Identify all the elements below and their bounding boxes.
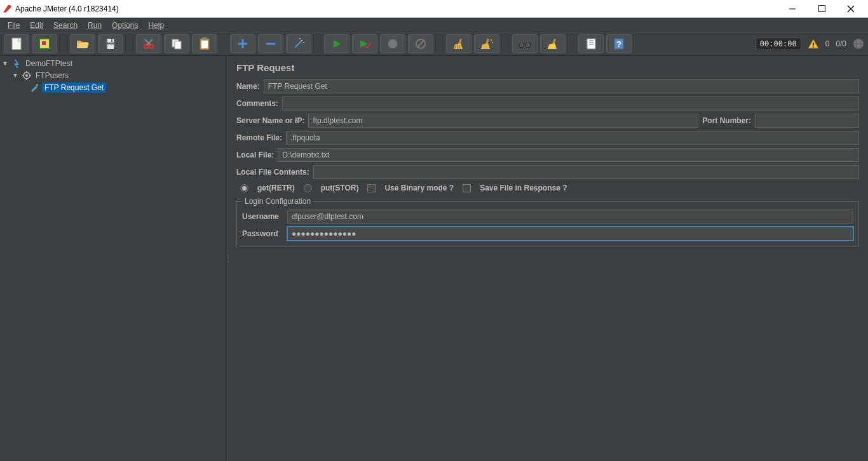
tool-reset-search-button[interactable] — [540, 34, 566, 53]
tree-thread-group[interactable]: ▼ FTPusers — [0, 69, 226, 81]
svg-rect-44 — [587, 39, 595, 49]
menu-help[interactable]: Help — [143, 20, 169, 31]
window-maximize-button[interactable] — [807, 0, 836, 18]
app-feather-icon — [3, 4, 11, 13]
tool-clear-button[interactable] — [446, 34, 471, 53]
broom-icon — [453, 38, 465, 50]
tree-thread-group-label: FTPusers — [34, 70, 70, 81]
server-input[interactable] — [308, 114, 698, 128]
tool-start-button[interactable] — [324, 34, 349, 53]
svg-point-24 — [301, 40, 302, 41]
svg-rect-8 — [107, 39, 114, 43]
clipboard-icon — [200, 37, 210, 50]
warning-icon: ! — [808, 39, 819, 49]
binary-checkbox[interactable] — [367, 184, 376, 192]
floppy-save-icon — [105, 38, 116, 50]
menu-edit[interactable]: Edit — [25, 20, 48, 31]
tool-copy-button[interactable] — [164, 34, 189, 53]
svg-rect-16 — [175, 41, 181, 49]
svg-point-25 — [303, 42, 304, 43]
name-input[interactable] — [264, 79, 859, 93]
login-config-fieldset: Login Configuration Username Password — [236, 197, 859, 246]
username-input[interactable] — [287, 210, 853, 224]
remote-file-input[interactable] — [286, 131, 859, 145]
scissors-icon — [143, 38, 154, 50]
svg-point-49 — [586, 43, 587, 44]
menu-file[interactable]: File — [3, 20, 25, 31]
login-legend: Login Configuration — [242, 197, 313, 206]
window-close-button[interactable] — [836, 0, 865, 18]
comments-label: Comments: — [236, 99, 278, 108]
svg-text:?: ? — [616, 39, 621, 49]
window-title: Apache JMeter (4.0 r1823414) — [15, 4, 778, 13]
svg-line-31 — [417, 40, 424, 48]
tool-save-button[interactable] — [98, 34, 123, 53]
thread-count: 0/0 — [836, 39, 846, 48]
local-file-label: Local File: — [236, 150, 274, 159]
shutdown-icon — [416, 39, 426, 49]
tool-search-button[interactable] — [512, 34, 538, 53]
sampler-pipette-icon — [29, 83, 39, 93]
tool-start-no-timers-button[interactable] — [352, 34, 377, 53]
help-icon: ? — [614, 38, 624, 50]
tool-function-helper-button[interactable] — [578, 34, 604, 53]
test-plan-tree[interactable]: ▼ DemoFTPtest ▼ FTPusers FTP Request Get — [0, 56, 226, 461]
template-icon — [38, 37, 51, 50]
server-label: Server Name or IP: — [236, 116, 304, 125]
tool-collapse-button[interactable] — [258, 34, 283, 53]
play-check-icon — [359, 39, 370, 48]
tool-expand-button[interactable] — [230, 34, 255, 53]
tool-stop-button[interactable] — [380, 34, 405, 53]
tree-test-plan[interactable]: ▼ DemoFTPtest — [0, 57, 226, 69]
save-response-checkbox[interactable] — [463, 184, 471, 192]
svg-rect-4 — [12, 38, 21, 50]
svg-marker-27 — [334, 40, 341, 48]
panel-title: FTP Request — [236, 62, 859, 73]
get-radio-label: get(RETR) — [257, 184, 295, 192]
menu-options[interactable]: Options — [107, 20, 143, 31]
put-radio[interactable] — [304, 184, 312, 192]
svg-rect-41 — [520, 41, 523, 44]
svg-rect-10 — [111, 39, 112, 42]
password-input[interactable] — [287, 227, 853, 241]
svg-point-38 — [492, 42, 493, 43]
svg-rect-18 — [202, 37, 207, 40]
svg-point-59 — [25, 74, 28, 77]
tree-ftp-request[interactable]: FTP Request Get — [0, 81, 226, 93]
tool-open-button[interactable] — [70, 34, 95, 53]
local-file-input[interactable] — [278, 148, 859, 162]
tool-cut-button[interactable] — [136, 34, 161, 53]
window-minimize-button[interactable] — [778, 0, 807, 18]
window-titlebar: Apache JMeter (4.0 r1823414) — [0, 0, 868, 18]
port-input[interactable] — [755, 114, 859, 128]
svg-point-48 — [586, 40, 587, 41]
tool-help-button[interactable]: ? — [606, 34, 632, 53]
menu-search[interactable]: Search — [48, 20, 83, 31]
comments-input[interactable] — [282, 97, 859, 110]
tool-shutdown-button[interactable] — [408, 34, 433, 53]
put-radio-label: put(STOR) — [321, 184, 359, 192]
menu-run[interactable]: Run — [83, 20, 107, 31]
toolbar: ? 00:00:00 ! 0 0/0 — [0, 32, 868, 56]
local-contents-input[interactable] — [313, 165, 859, 179]
svg-text:!: ! — [812, 41, 815, 49]
testplan-icon — [11, 58, 22, 69]
svg-rect-42 — [527, 41, 529, 44]
username-label: Username — [242, 212, 283, 221]
plus-icon — [238, 39, 247, 48]
globe-icon[interactable] — [853, 38, 864, 50]
name-label: Name: — [236, 82, 260, 91]
wand-icon — [293, 38, 304, 50]
tool-toggle-button[interactable] — [286, 34, 311, 53]
copy-icon — [171, 38, 182, 50]
notebook-icon — [586, 38, 596, 50]
tool-clear-all-button[interactable] — [474, 34, 499, 53]
binary-checkbox-label: Use Binary mode ? — [384, 184, 454, 192]
binoculars-icon — [519, 39, 531, 48]
tool-paste-button[interactable] — [192, 34, 217, 53]
tool-templates-button[interactable] — [32, 34, 57, 53]
get-radio[interactable] — [240, 184, 248, 192]
tool-new-button[interactable] — [4, 34, 29, 53]
svg-point-26 — [299, 38, 301, 39]
save-response-checkbox-label: Save File in Response ? — [480, 184, 567, 192]
